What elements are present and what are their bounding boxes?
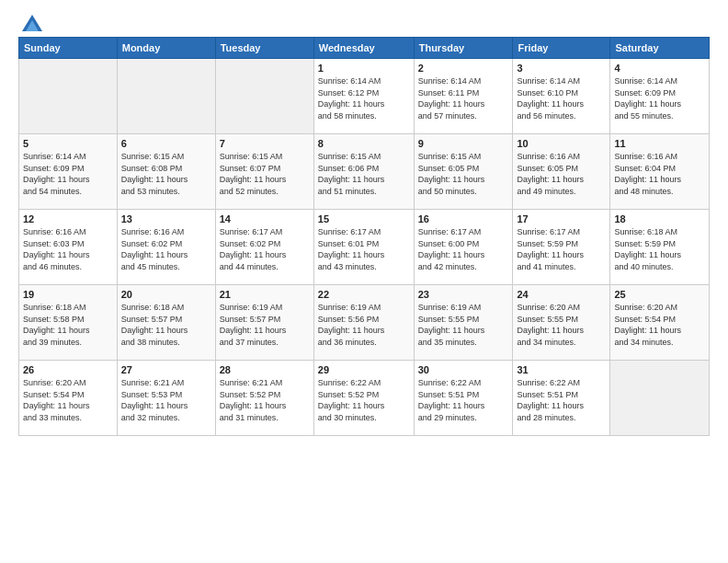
day-number: 6: [121, 138, 211, 149]
day-number: 28: [220, 364, 310, 375]
day-number: 7: [220, 138, 310, 149]
calendar-cell: 13Sunrise: 6:16 AM Sunset: 6:02 PM Dayli…: [117, 210, 215, 285]
calendar-cell: 6Sunrise: 6:15 AM Sunset: 6:08 PM Daylig…: [117, 134, 215, 210]
calendar-cell: 1Sunrise: 6:14 AM Sunset: 6:12 PM Daylig…: [313, 59, 414, 134]
calendar-week-4: 19Sunrise: 6:18 AM Sunset: 5:58 PM Dayli…: [19, 285, 710, 361]
weekday-header-monday: Monday: [117, 38, 215, 59]
day-info: Sunrise: 6:16 AM Sunset: 6:04 PM Dayligh…: [614, 151, 705, 197]
weekday-header-row: SundayMondayTuesdayWednesdayThursdayFrid…: [19, 38, 710, 59]
day-info: Sunrise: 6:15 AM Sunset: 6:08 PM Dayligh…: [121, 151, 211, 197]
calendar-cell: 22Sunrise: 6:19 AM Sunset: 5:56 PM Dayli…: [313, 285, 414, 361]
day-info: Sunrise: 6:14 AM Sunset: 6:12 PM Dayligh…: [318, 75, 410, 121]
calendar-cell: 10Sunrise: 6:16 AM Sunset: 6:05 PM Dayli…: [513, 134, 610, 210]
calendar-cell: 3Sunrise: 6:14 AM Sunset: 6:10 PM Daylig…: [513, 59, 610, 134]
day-info: Sunrise: 6:16 AM Sunset: 6:03 PM Dayligh…: [23, 226, 113, 272]
day-info: Sunrise: 6:14 AM Sunset: 6:09 PM Dayligh…: [23, 151, 113, 197]
day-info: Sunrise: 6:19 AM Sunset: 5:56 PM Dayligh…: [318, 302, 410, 348]
calendar-cell: 28Sunrise: 6:21 AM Sunset: 5:52 PM Dayli…: [215, 361, 313, 436]
day-number: 2: [418, 63, 509, 74]
day-number: 11: [614, 138, 705, 149]
day-number: 12: [23, 213, 113, 224]
day-number: 9: [418, 138, 509, 149]
calendar-week-3: 12Sunrise: 6:16 AM Sunset: 6:03 PM Dayli…: [19, 210, 710, 285]
day-info: Sunrise: 6:21 AM Sunset: 5:52 PM Dayligh…: [220, 377, 310, 423]
day-info: Sunrise: 6:22 AM Sunset: 5:51 PM Dayligh…: [418, 377, 509, 423]
day-number: 21: [220, 289, 310, 300]
day-number: 23: [418, 289, 509, 300]
day-number: 8: [318, 138, 410, 149]
day-number: 30: [418, 364, 509, 375]
day-info: Sunrise: 6:16 AM Sunset: 6:05 PM Dayligh…: [517, 151, 606, 197]
calendar-cell: 14Sunrise: 6:17 AM Sunset: 6:02 PM Dayli…: [215, 210, 313, 285]
day-number: 14: [220, 213, 310, 224]
day-number: 15: [318, 213, 410, 224]
day-number: 10: [517, 138, 606, 149]
day-number: 17: [517, 213, 606, 224]
day-info: Sunrise: 6:22 AM Sunset: 5:51 PM Dayligh…: [517, 377, 606, 423]
day-number: 31: [517, 364, 606, 375]
day-info: Sunrise: 6:14 AM Sunset: 6:11 PM Dayligh…: [418, 75, 509, 121]
day-info: Sunrise: 6:15 AM Sunset: 6:06 PM Dayligh…: [318, 151, 410, 197]
day-number: 3: [517, 63, 606, 74]
calendar-cell: 26Sunrise: 6:20 AM Sunset: 5:54 PM Dayli…: [19, 361, 118, 436]
day-info: Sunrise: 6:18 AM Sunset: 5:58 PM Dayligh…: [23, 302, 113, 348]
calendar-cell: 4Sunrise: 6:14 AM Sunset: 6:09 PM Daylig…: [610, 59, 710, 134]
day-info: Sunrise: 6:20 AM Sunset: 5:54 PM Dayligh…: [614, 302, 705, 348]
calendar-cell: 25Sunrise: 6:20 AM Sunset: 5:54 PM Dayli…: [610, 285, 710, 361]
calendar-cell: [610, 361, 710, 436]
calendar-cell: 30Sunrise: 6:22 AM Sunset: 5:51 PM Dayli…: [414, 361, 513, 436]
calendar-cell: 20Sunrise: 6:18 AM Sunset: 5:57 PM Dayli…: [117, 285, 215, 361]
calendar-cell: [215, 59, 313, 134]
calendar-cell: 18Sunrise: 6:18 AM Sunset: 5:59 PM Dayli…: [610, 210, 710, 285]
calendar-table: SundayMondayTuesdayWednesdayThursdayFrid…: [18, 37, 710, 436]
calendar-cell: 24Sunrise: 6:20 AM Sunset: 5:55 PM Dayli…: [513, 285, 610, 361]
day-info: Sunrise: 6:20 AM Sunset: 5:54 PM Dayligh…: [23, 377, 113, 423]
day-number: 5: [23, 138, 113, 149]
day-number: 18: [614, 213, 705, 224]
calendar-cell: 21Sunrise: 6:19 AM Sunset: 5:57 PM Dayli…: [215, 285, 313, 361]
day-info: Sunrise: 6:17 AM Sunset: 6:01 PM Dayligh…: [318, 226, 410, 272]
day-number: 16: [418, 213, 509, 224]
calendar-cell: 2Sunrise: 6:14 AM Sunset: 6:11 PM Daylig…: [414, 59, 513, 134]
weekday-header-tuesday: Tuesday: [215, 38, 313, 59]
calendar-cell: 17Sunrise: 6:17 AM Sunset: 5:59 PM Dayli…: [513, 210, 610, 285]
day-number: 26: [23, 364, 113, 375]
day-info: Sunrise: 6:14 AM Sunset: 6:09 PM Dayligh…: [614, 75, 705, 121]
calendar-cell: 29Sunrise: 6:22 AM Sunset: 5:52 PM Dayli…: [313, 361, 414, 436]
weekday-header-saturday: Saturday: [610, 38, 710, 59]
calendar-cell: 8Sunrise: 6:15 AM Sunset: 6:06 PM Daylig…: [313, 134, 414, 210]
calendar-cell: 12Sunrise: 6:16 AM Sunset: 6:03 PM Dayli…: [19, 210, 118, 285]
logo-icon: [22, 15, 42, 31]
calendar-week-5: 26Sunrise: 6:20 AM Sunset: 5:54 PM Dayli…: [19, 361, 710, 436]
day-info: Sunrise: 6:19 AM Sunset: 5:57 PM Dayligh…: [220, 302, 310, 348]
day-number: 20: [121, 289, 211, 300]
day-number: 1: [318, 63, 410, 74]
calendar-week-1: 1Sunrise: 6:14 AM Sunset: 6:12 PM Daylig…: [19, 59, 710, 134]
calendar-cell: 5Sunrise: 6:14 AM Sunset: 6:09 PM Daylig…: [19, 134, 118, 210]
weekday-header-friday: Friday: [513, 38, 610, 59]
day-info: Sunrise: 6:14 AM Sunset: 6:10 PM Dayligh…: [517, 75, 606, 121]
day-info: Sunrise: 6:16 AM Sunset: 6:02 PM Dayligh…: [121, 226, 211, 272]
calendar-cell: 9Sunrise: 6:15 AM Sunset: 6:05 PM Daylig…: [414, 134, 513, 210]
day-number: 22: [318, 289, 410, 300]
day-number: 25: [614, 289, 705, 300]
day-info: Sunrise: 6:17 AM Sunset: 6:02 PM Dayligh…: [220, 226, 310, 272]
day-info: Sunrise: 6:22 AM Sunset: 5:52 PM Dayligh…: [318, 377, 410, 423]
day-info: Sunrise: 6:18 AM Sunset: 5:57 PM Dayligh…: [121, 302, 211, 348]
calendar-cell: 7Sunrise: 6:15 AM Sunset: 6:07 PM Daylig…: [215, 134, 313, 210]
day-number: 29: [318, 364, 410, 375]
day-number: 19: [23, 289, 113, 300]
day-info: Sunrise: 6:15 AM Sunset: 6:05 PM Dayligh…: [418, 151, 509, 197]
day-info: Sunrise: 6:21 AM Sunset: 5:53 PM Dayligh…: [121, 377, 211, 423]
day-number: 24: [517, 289, 606, 300]
weekday-header-wednesday: Wednesday: [313, 38, 414, 59]
logo: [18, 15, 42, 28]
page-container: SundayMondayTuesdayWednesdayThursdayFrid…: [0, 0, 728, 445]
calendar-cell: 16Sunrise: 6:17 AM Sunset: 6:00 PM Dayli…: [414, 210, 513, 285]
calendar-week-2: 5Sunrise: 6:14 AM Sunset: 6:09 PM Daylig…: [19, 134, 710, 210]
day-info: Sunrise: 6:17 AM Sunset: 6:00 PM Dayligh…: [418, 226, 509, 272]
calendar-cell: 11Sunrise: 6:16 AM Sunset: 6:04 PM Dayli…: [610, 134, 710, 210]
day-number: 27: [121, 364, 211, 375]
calendar-cell: [117, 59, 215, 134]
calendar-cell: 15Sunrise: 6:17 AM Sunset: 6:01 PM Dayli…: [313, 210, 414, 285]
